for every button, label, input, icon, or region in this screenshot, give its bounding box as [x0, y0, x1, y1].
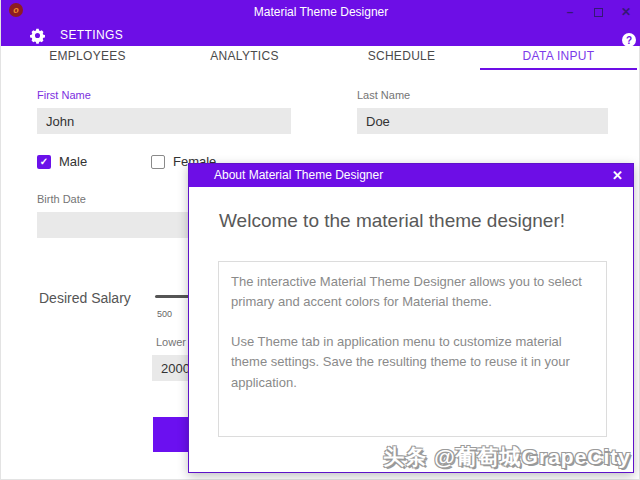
dialog-close-button[interactable]: ✕ [612, 164, 623, 187]
first-name-label: First Name [37, 89, 91, 101]
last-name-label: Last Name [357, 89, 410, 101]
tab-bar: EMPLOYEES ANALYTICS SCHEDULE DATA INPUT [9, 46, 637, 68]
minimize-button[interactable]: – [561, 3, 579, 21]
dialog-titlebar: About Material Theme Designer ✕ [189, 164, 633, 187]
maximize-icon [594, 8, 603, 17]
tab-employees[interactable]: EMPLOYEES [9, 46, 166, 68]
dialog-title: About Material Theme Designer [214, 164, 383, 187]
birth-date-label: Birth Date [37, 193, 86, 205]
tab-analytics[interactable]: ANALYTICS [166, 46, 323, 68]
female-checkbox[interactable] [151, 155, 165, 169]
salary-tick-label: 500 [157, 309, 172, 319]
dialog-paragraph-1: The interactive Material Theme Designer … [231, 272, 594, 312]
about-dialog: About Material Theme Designer ✕ Welcome … [188, 163, 634, 473]
male-checkbox-row: ✓ Male [37, 154, 87, 169]
watermark: 头条 @葡萄城GrapeCity [383, 443, 631, 471]
maximize-button[interactable] [589, 3, 607, 21]
settings-menu-item[interactable]: SETTINGS [60, 28, 123, 42]
gear-icon[interactable] [29, 27, 46, 44]
desired-salary-label: Desired Salary [39, 290, 131, 306]
first-name-input[interactable]: John [37, 108, 291, 134]
tab-data-input[interactable]: DATA INPUT [480, 46, 637, 68]
tab-schedule[interactable]: SCHEDULE [323, 46, 480, 68]
male-checkbox[interactable]: ✓ [37, 155, 51, 169]
app-window: o Material Theme Designer – ✕ SETTINGS ?… [0, 0, 640, 480]
menubar: SETTINGS ? [1, 24, 640, 46]
window-titlebar: o Material Theme Designer – ✕ [1, 0, 640, 24]
last-name-input[interactable]: Doe [357, 108, 608, 134]
close-button[interactable]: ✕ [617, 3, 635, 21]
window-title: Material Theme Designer [1, 0, 640, 24]
dialog-paragraph-2: Use Theme tab in application menu to cus… [231, 332, 594, 392]
male-checkbox-label: Male [59, 154, 87, 169]
help-icon[interactable]: ? [622, 33, 636, 47]
dialog-heading: Welcome to the material theme designer! [219, 210, 565, 232]
dialog-description-box[interactable]: The interactive Material Theme Designer … [218, 261, 607, 437]
salary-lower-label: Lower [156, 336, 186, 348]
